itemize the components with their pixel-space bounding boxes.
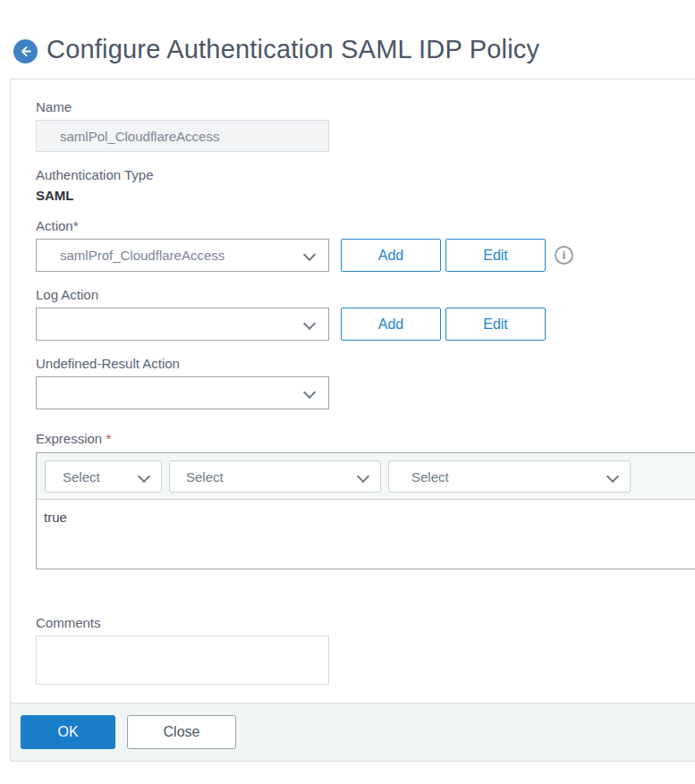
back-button[interactable]	[13, 39, 38, 63]
page-title: Configure Authentication SAML IDP Policy	[47, 35, 539, 64]
expression-select-2[interactable]: Select	[169, 460, 381, 493]
expression-label-text: Expression	[36, 431, 102, 446]
chevron-down-icon	[303, 386, 316, 399]
action-add-button[interactable]: Add	[341, 239, 441, 272]
action-field-group: Action* samlProf_CloudflareAccess Add Ed…	[36, 218, 695, 272]
log-action-add-button[interactable]: Add	[341, 308, 441, 341]
undefined-result-action-group: Undefined-Result Action	[36, 356, 695, 409]
info-icon[interactable]	[555, 246, 573, 265]
action-edit-button[interactable]: Edit	[445, 239, 546, 272]
chevron-down-icon	[606, 470, 619, 483]
footer-bar: OK Close	[11, 703, 695, 762]
comments-field-group: Comments	[36, 615, 695, 685]
undefined-result-action-select[interactable]	[36, 376, 329, 409]
log-action-edit-button[interactable]: Edit	[445, 308, 546, 341]
expression-editor-toolbar: Select Select Select	[37, 453, 695, 500]
expression-input[interactable]: true	[37, 500, 695, 569]
page-header: Configure Authentication SAML IDP Policy	[0, 0, 695, 79]
authentication-type-group: Authentication Type SAML	[36, 167, 695, 203]
log-action-select[interactable]	[36, 308, 329, 341]
action-label: Action*	[36, 218, 695, 233]
log-action-field-group: Log Action Add Edit	[36, 287, 695, 341]
name-input: samlPol_CloudflareAccess	[36, 120, 329, 152]
action-select[interactable]: samlProf_CloudflareAccess	[36, 239, 329, 272]
expression-editor: Select Select Select true	[36, 452, 695, 569]
expression-select-3[interactable]: Select	[388, 460, 631, 493]
expression-select-2-value: Select	[186, 469, 224, 485]
authentication-type-label: Authentication Type	[36, 167, 695, 182]
expression-label: Expression *	[36, 431, 695, 446]
action-buttons: Add Edit	[341, 239, 546, 272]
comments-label: Comments	[36, 615, 695, 630]
authentication-type-value: SAML	[36, 188, 695, 203]
undefined-result-action-label: Undefined-Result Action	[36, 356, 695, 371]
chevron-down-icon	[303, 317, 316, 330]
chevron-down-icon	[303, 249, 316, 261]
arrow-left-icon	[18, 44, 33, 59]
log-action-buttons: Add Edit	[341, 308, 546, 341]
required-asterisk: *	[106, 431, 111, 446]
chevron-down-icon	[138, 470, 150, 483]
name-field-group: Name samlPol_CloudflareAccess	[36, 99, 695, 152]
expression-select-1-value: Select	[63, 469, 100, 485]
form-panel: Name samlPol_CloudflareAccess Authentica…	[10, 79, 695, 762]
name-label: Name	[36, 99, 695, 114]
action-select-value: samlProf_CloudflareAccess	[60, 248, 225, 263]
log-action-label: Log Action	[36, 287, 695, 302]
expression-select-3-value: Select	[411, 469, 449, 485]
expression-select-1[interactable]: Select	[45, 460, 162, 493]
comments-input[interactable]	[36, 636, 329, 685]
ok-button[interactable]: OK	[21, 715, 115, 749]
chevron-down-icon	[357, 470, 369, 483]
expression-field-group: Expression * Select Select Select true	[36, 431, 695, 569]
close-button[interactable]: Close	[127, 715, 236, 749]
